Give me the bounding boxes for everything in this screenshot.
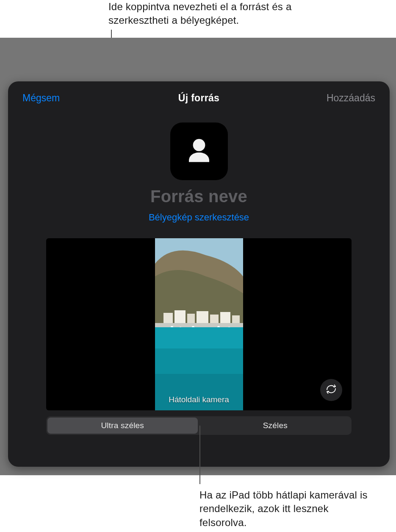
svg-rect-17 bbox=[155, 327, 243, 348]
modal-backdrop: Mégsem Új forrás Hozzáadás Forrás neve B… bbox=[0, 38, 396, 475]
add-button[interactable]: Hozzáadás bbox=[327, 92, 375, 104]
svg-rect-5 bbox=[197, 311, 208, 324]
source-thumbnail[interactable] bbox=[170, 123, 228, 180]
svg-rect-19 bbox=[155, 374, 243, 410]
svg-point-0 bbox=[193, 139, 205, 151]
svg-rect-2 bbox=[163, 313, 173, 324]
lens-ultrawide-option[interactable]: Ultra széles bbox=[47, 418, 198, 434]
svg-rect-3 bbox=[174, 310, 186, 324]
svg-rect-6 bbox=[210, 315, 219, 324]
annotated-screenshot: Ide koppintva nevezheti el a forrást és … bbox=[0, 0, 396, 532]
svg-rect-7 bbox=[220, 312, 230, 324]
flip-camera-button[interactable] bbox=[320, 379, 342, 401]
callout-line bbox=[199, 426, 200, 484]
camera-label: Hátoldali kamera bbox=[169, 395, 229, 404]
edit-thumbnail-button[interactable]: Bélyegkép szerkesztése bbox=[8, 212, 390, 223]
camera-preview-image bbox=[155, 238, 243, 410]
callout-top-text: Ide koppintva nevezheti el a forrást és … bbox=[108, 0, 320, 28]
lens-wide-option[interactable]: Széles bbox=[200, 418, 351, 434]
camera-flip-icon bbox=[325, 383, 338, 397]
svg-rect-8 bbox=[232, 315, 240, 324]
source-name-input[interactable]: Forrás neve bbox=[8, 187, 390, 206]
camera-preview: Hátoldali kamera bbox=[46, 238, 352, 410]
person-icon bbox=[182, 134, 216, 169]
new-source-sheet: Mégsem Új forrás Hozzáadás Forrás neve B… bbox=[8, 81, 390, 467]
camera-lens-segmented[interactable]: Ultra széles Széles bbox=[46, 416, 352, 435]
callout-bottom-text: Ha az iPad több hátlapi kamerával is ren… bbox=[199, 488, 377, 529]
svg-rect-4 bbox=[187, 314, 195, 324]
svg-rect-18 bbox=[155, 348, 243, 374]
svg-rect-9 bbox=[155, 323, 243, 327]
sheet-header: Mégsem Új forrás Hozzáadás bbox=[8, 81, 390, 104]
cancel-button[interactable]: Mégsem bbox=[22, 92, 60, 104]
